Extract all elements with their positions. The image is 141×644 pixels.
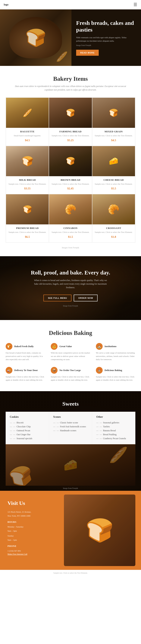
baking-title: Delicious Baking: [6, 330, 135, 336]
visit-section: Visit Us 121 Rock Street, 21 Avenue, New…: [0, 491, 141, 570]
hero-image: 🍞 🥖: [0, 10, 71, 66]
scones-title: Scones: [53, 416, 88, 418]
item-card-cheese[interactable]: 🧀 CHEESE BREAD Sample text. Click to sel…: [92, 146, 135, 194]
baguette-desc: Small-batch sourdough baguette.: [8, 134, 47, 137]
delicious-icon: ✂️: [96, 367, 103, 374]
sweets-bread-image: 🍞 🥖 🧀: [6, 444, 135, 486]
read-more-button[interactable]: READ MORE: [76, 50, 99, 56]
feature-order: 📦 No Order Too Large Sample text. Click …: [51, 367, 90, 382]
item-card-premium[interactable]: 🍞 PREMIUM BREAD Sample text. Click to se…: [6, 194, 49, 242]
roll-title: Roll, proof, and bake. Every day.: [31, 270, 110, 276]
bakery-images-credit: Images from Freepik: [6, 246, 135, 249]
fresh-title: Baked Fresh Daily: [14, 345, 34, 348]
visit-address-line1: 121 Rock Street, 21 Avenue,: [7, 510, 60, 514]
sweets-grid: Cookies — Biscotti — Chocolate Chip — Oa…: [6, 412, 135, 444]
cinnabon-desc: Sample text. Click to select the Text El…: [51, 231, 90, 234]
hours-label: HOURS: [7, 521, 60, 524]
baguette-price: $4.5: [6, 139, 49, 142]
institutions-icon: 🏫: [96, 343, 103, 350]
visit-title: Visit Us: [7, 500, 60, 506]
baguette-name: BAGUETTE: [8, 130, 47, 133]
order-desc: Sample text. Click to select the text bo…: [51, 375, 90, 382]
farming-price: $5.25: [49, 139, 92, 142]
item-card-mixed[interactable]: 🍞 MIXED GRAIN Sample text. Click to sele…: [92, 98, 135, 146]
bakery-section: Bakery Items Duis aute irure dolor in re…: [0, 66, 141, 256]
visit-content: Visit Us 121 Rock Street, 21 Avenue, New…: [7, 500, 60, 560]
hamburger-menu-icon[interactable]: ☰: [134, 2, 137, 7]
item-card-baguette[interactable]: 🥖 BAGUETTE Small-batch sourdough baguett…: [6, 98, 49, 146]
croissant-price: $1.8: [92, 235, 135, 238]
item-card-croissant[interactable]: 🥐 CROISSANT Sample text. Click to select…: [92, 194, 135, 242]
bakery-title: Bakery Items: [6, 75, 135, 82]
farming-desc: Sample text. Click to select the Text El…: [51, 134, 90, 137]
milk-price: $3.55: [6, 187, 49, 190]
cheese-desc: Sample text. Click to select the Text El…: [94, 182, 133, 186]
milk-name: MILK BREAD: [8, 178, 47, 182]
roll-buttons: SEE FULL MENU ORDER NOW: [43, 294, 98, 302]
other-item-granola: — Cranberry Pecan Granola: [96, 436, 131, 440]
cookies-title: Cookies: [10, 416, 45, 418]
item-card-brown[interactable]: 🍞 BROWN BREAD Sample text. Click to sele…: [49, 146, 92, 194]
delicious-title: Delicious Baking: [105, 369, 122, 372]
visit-phone-link[interactable]: Make Free Internet Call: [7, 553, 60, 555]
features-grid: 🍞 Baked Fresh Daily Our bread is baked f…: [6, 343, 135, 382]
premium-name: PREMIUM BREAD: [8, 227, 47, 230]
other-item-banana: — Banana Bread: [96, 429, 131, 432]
feature-institutions: 🏫 Institutions We serve a wide range of …: [96, 343, 135, 361]
other-item-pudding: — Bread Pudding: [96, 432, 131, 436]
institutions-title: Institutions: [105, 345, 117, 348]
item-card-cinnabon[interactable]: 🥐 CINNABON Sample text. Click to select …: [49, 194, 92, 242]
cookie-item-biscotti: — Biscotti: [10, 421, 45, 425]
brown-price: $2.45: [49, 187, 92, 190]
visit-phone: 1 (234) 567-891: [7, 549, 60, 553]
fresh-icon: 🍞: [6, 343, 12, 350]
feature-value: 💰 Great Value With the most competitive …: [51, 343, 90, 361]
see-full-menu-button[interactable]: SEE FULL MENU: [43, 294, 71, 302]
fresh-desc: Our bread is baked fresh daily, contains…: [6, 351, 45, 361]
bakery-items-grid: 🥖 BAGUETTE Small-batch sourdough baguett…: [6, 97, 135, 242]
cinnabon-price: $1.5: [49, 235, 92, 238]
farming-name: FARMING BREAD: [51, 130, 90, 133]
cheese-price: $5.5: [92, 187, 135, 190]
item-card-farming[interactable]: 🍞 FARMING BREAD Sample text. Click to se…: [49, 98, 92, 146]
phone-label: PHONE: [7, 545, 60, 548]
sweets-section: Sweets Cookies — Biscotti — Chocolate Ch…: [0, 391, 141, 491]
roll-description: When it comes to bread and sandwiches, f…: [33, 278, 108, 290]
milk-image: 🍞: [6, 146, 49, 176]
brown-desc: Sample text. Click to select the Text El…: [51, 182, 90, 186]
mixed-image: 🍞: [92, 98, 135, 128]
cookie-item-choc: — Chocolate Chip: [10, 425, 45, 429]
visit-bread-image-area: 🍞: [60, 500, 134, 560]
cheese-image: 🧀: [92, 146, 135, 176]
roll-section: Roll, proof, and bake. Every day. When i…: [0, 256, 141, 320]
hours-sun-time: 9am – 1pm: [7, 538, 60, 542]
cookie-item-seasonal: — Seasonal specials: [10, 436, 45, 440]
order-now-button[interactable]: ORDER NOW: [74, 294, 98, 302]
mixed-desc: Sample text. Click to select the Text El…: [94, 134, 133, 137]
cookie-item-ginger: — Oat Ginger Bar: [10, 432, 45, 436]
footer-note: Sample text. Click to select the Text El…: [6, 572, 135, 574]
item-card-milk[interactable]: 🍞 MILK BREAD Sample text. Click to selec…: [6, 146, 49, 194]
institutions-desc: We serve a wide range of institutions in…: [96, 351, 135, 361]
scone-item-buttermilk: — Fresh fruit buttermilk scones: [53, 425, 88, 429]
baking-section: Delicious Baking 🍞 Baked Fresh Daily Our…: [0, 320, 141, 391]
premium-price: $6.5: [6, 235, 49, 238]
logo: logo: [4, 3, 8, 6]
visit-address-line2: New York, NY 10000-1000: [7, 514, 60, 518]
hero-description: Nibh venenatis cras sed felis eget with …: [76, 36, 136, 42]
brown-name: BROWN BREAD: [51, 178, 90, 182]
hours-sun-days: Sunday: [7, 534, 60, 538]
delivery-desc: Sample text. Click to select the text bo…: [6, 375, 45, 382]
value-desc: With the most competitive prices on the …: [51, 351, 90, 361]
premium-image: 🍞: [6, 194, 49, 224]
delicious-desc: Sample text. Click to select the text bo…: [96, 375, 135, 382]
scone-item-butter: — Classic butter scone: [53, 421, 88, 425]
other-title: Other: [96, 416, 131, 418]
bakery-subtitle: Duis aute irure dolor in reprehenderit i…: [14, 84, 127, 92]
sweets-image-credit: Image from Freepik: [6, 486, 135, 491]
cinnabon-name: CINNABON: [51, 227, 90, 230]
other-item-tartlets: — Tartlets: [96, 425, 131, 429]
value-icon: 💰: [51, 343, 58, 350]
order-icon: 📦: [51, 367, 58, 374]
hero-section: 🍞 🥖 Fresh breads, cakes and pasties Nibh…: [0, 10, 141, 66]
